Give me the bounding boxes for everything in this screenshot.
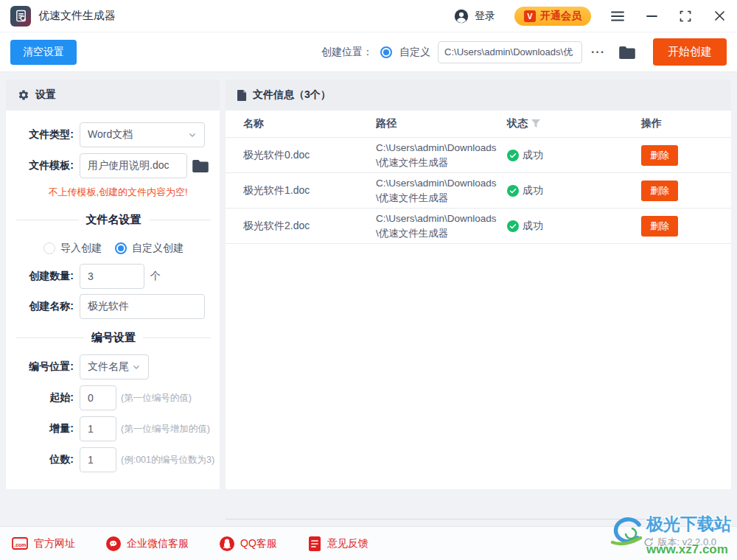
table-row: 极光软件2.doc C:\Users\admin\Downloads\优速文件生… [226, 209, 731, 244]
file-type-value: Word文档 [88, 128, 188, 141]
template-warning-text: 不上传模板,创建的文件内容为空! [16, 186, 220, 199]
custom-location-radio-label: 自定义 [399, 46, 430, 59]
settings-panel-title: 设置 [35, 88, 56, 102]
template-label: 文件模板: [16, 159, 74, 172]
update-refresh-icon [643, 537, 654, 547]
file-type-label: 文件类型: [16, 128, 74, 141]
feedback-label: 意见反馈 [327, 537, 368, 550]
start-number-input[interactable] [80, 385, 116, 410]
app-title: 优速文件生成器 [38, 9, 116, 23]
file-type-row: 文件类型: Word文档 [16, 122, 220, 147]
file-info-title: 文件信息（3个） [253, 88, 331, 102]
template-input[interactable] [80, 153, 187, 178]
col-path: 路径 [376, 117, 507, 130]
official-site-link[interactable]: .com 官方网址 [12, 537, 75, 550]
increment-input[interactable] [80, 416, 116, 441]
chevron-down-icon [132, 363, 141, 371]
numbering-section-title: 编号设置 [91, 331, 136, 345]
wechat-support-link[interactable]: 企业微信客服 [106, 536, 189, 551]
official-site-label: 官方网址 [34, 537, 75, 550]
filename-section-title: 文件名设置 [86, 213, 142, 227]
start-create-button[interactable]: 开始创建 [653, 38, 727, 66]
digits-row: 位数: (例:001的编号位数为3) [16, 447, 220, 472]
maximize-button[interactable] [678, 9, 693, 24]
wechat-support-label: 企业微信客服 [127, 537, 189, 550]
custom-create-radio[interactable]: 自定义创建 [115, 242, 184, 255]
create-name-row: 创建名称: [16, 294, 220, 319]
minimize-button[interactable] [644, 9, 659, 24]
qq-support-link[interactable]: QQ客服 [220, 536, 277, 551]
file-info-panel: 文件信息（3个） 名称 路径 状态 操作 极光软件0.doc C:\Users\… [226, 80, 731, 489]
col-status: 状态 [507, 117, 528, 130]
menu-button[interactable] [610, 9, 625, 24]
version-text: 版本: v2.2.0.0 [658, 536, 716, 549]
browse-folder-button[interactable] [619, 46, 635, 59]
clear-settings-button[interactable]: 清空设置 [10, 40, 77, 65]
folder-icon [192, 159, 209, 172]
numbering-section-divider: 编号设置 [16, 330, 211, 345]
version-info: 版本: v2.2.0.0 [643, 536, 716, 549]
number-position-select[interactable]: 文件名尾 [80, 354, 149, 379]
table-row: 极光软件1.doc C:\Users\admin\Downloads\优速文件生… [226, 173, 731, 209]
svg-text:.com: .com [14, 542, 26, 547]
number-position-value: 文件名尾 [88, 360, 132, 374]
delete-button[interactable]: 删除 [641, 145, 678, 166]
settings-panel: 设置 文件类型: Word文档 文件模板: 不上传模板,创 [6, 80, 220, 489]
toolbar: 清空设置 创建位置： 自定义 ··· 开始创建 [0, 32, 737, 72]
col-name: 名称 [243, 117, 376, 130]
feedback-link[interactable]: 意见反馈 [308, 536, 368, 551]
login-button[interactable]: 登录 [453, 8, 495, 24]
close-button[interactable] [712, 9, 727, 24]
radio-unchecked-icon [43, 242, 55, 254]
file-type-select[interactable]: Word文档 [80, 122, 205, 147]
feedback-icon [308, 536, 321, 551]
status-badge: 成功 [507, 184, 641, 197]
filter-icon[interactable] [531, 119, 540, 128]
custom-create-label: 自定义创建 [132, 242, 184, 255]
file-path: C:\Users\admin\Downloads\优速文件生成器 [376, 141, 501, 169]
col-action: 操作 [641, 117, 731, 130]
increment-row: 增量: (第一位编号增加的值) [16, 416, 220, 441]
status-text: 成功 [523, 220, 543, 233]
create-mode-radios: 导入创建 自定义创建 [16, 242, 211, 255]
vip-button[interactable]: V 开通会员 [514, 7, 591, 26]
status-badge: 成功 [507, 149, 641, 162]
create-location-label: 创建位置： [321, 46, 373, 59]
file-name: 极光软件0.doc [243, 149, 376, 162]
maximize-icon [680, 10, 691, 22]
location-path-input[interactable] [438, 41, 582, 63]
qq-support-label: QQ客服 [240, 537, 277, 550]
success-check-icon [507, 150, 519, 161]
filename-section-divider: 文件名设置 [16, 212, 211, 227]
document-icon [237, 90, 247, 101]
hamburger-icon [611, 11, 624, 21]
vip-icon: V [524, 10, 536, 22]
vip-label: 开通会员 [540, 10, 581, 23]
number-position-label: 编号位置: [16, 360, 74, 374]
digits-label: 位数: [16, 453, 74, 466]
digits-input[interactable] [80, 447, 116, 472]
template-browse-button[interactable] [192, 159, 209, 172]
settings-panel-header: 设置 [6, 80, 220, 111]
create-count-unit: 个 [150, 270, 161, 283]
website-icon: .com [12, 537, 28, 550]
titlebar: 优速文件生成器 登录 V 开通会员 [0, 0, 737, 32]
custom-location-radio[interactable] [380, 46, 392, 58]
delete-button[interactable]: 删除 [641, 181, 678, 201]
increment-label: 增量: [16, 422, 74, 435]
wechat-icon [106, 536, 121, 551]
more-options-button[interactable]: ··· [590, 46, 607, 59]
bottom-divider [226, 519, 726, 519]
create-count-row: 创建数量: 个 [16, 264, 220, 289]
success-check-icon [507, 220, 519, 232]
file-path: C:\Users\admin\Downloads\优速文件生成器 [376, 211, 501, 240]
delete-button[interactable]: 删除 [641, 216, 678, 237]
create-count-input[interactable] [80, 264, 144, 289]
footer: .com 官方网址 企业微信客服 QQ客服 意见反馈 [0, 526, 737, 560]
import-create-radio[interactable]: 导入创建 [43, 242, 102, 255]
create-count-label: 创建数量: [16, 270, 74, 283]
start-number-label: 起始: [16, 391, 74, 405]
create-name-input[interactable] [80, 294, 205, 319]
table-row: 极光软件0.doc C:\Users\admin\Downloads\优速文件生… [226, 138, 731, 173]
status-text: 成功 [523, 184, 543, 197]
